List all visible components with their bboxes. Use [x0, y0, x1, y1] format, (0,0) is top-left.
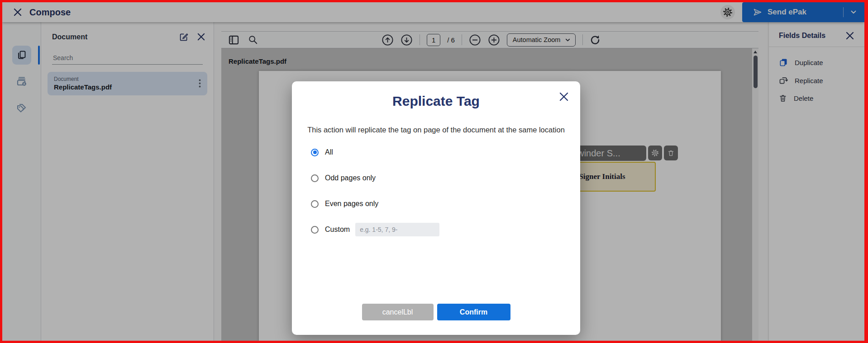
option-odd-pages[interactable]: Odd pages only: [311, 173, 580, 183]
radio-all[interactable]: [311, 149, 319, 156]
confirm-button[interactable]: Confirm: [437, 304, 510, 320]
dialog-title: Replicate Tag: [292, 93, 580, 109]
option-even-pages[interactable]: Even pages only: [311, 198, 580, 209]
dialog-description: This action will replicate the tag on pa…: [292, 126, 580, 134]
radio-odd-pages[interactable]: [311, 174, 319, 182]
dialog-actions: cancelLbl Confirm: [292, 304, 580, 320]
option-odd-label: Odd pages only: [325, 174, 376, 182]
replicate-tag-dialog: Replicate Tag This action will replicate…: [292, 81, 580, 335]
radio-custom[interactable]: [311, 226, 319, 234]
page-options-group: All Odd pages only Even pages only Custo…: [311, 147, 580, 235]
custom-pages-input[interactable]: [355, 223, 439, 236]
option-all[interactable]: All: [311, 147, 580, 158]
radio-even-pages[interactable]: [311, 200, 319, 208]
option-all-label: All: [325, 148, 333, 156]
cancel-button[interactable]: cancelLbl: [362, 304, 434, 320]
option-custom[interactable]: Custom: [311, 224, 580, 235]
dialog-close-icon[interactable]: [558, 91, 569, 102]
option-custom-label: Custom: [325, 226, 350, 234]
option-even-label: Even pages only: [325, 200, 378, 208]
app-root: Compose Send ePak: [2, 2, 864, 341]
